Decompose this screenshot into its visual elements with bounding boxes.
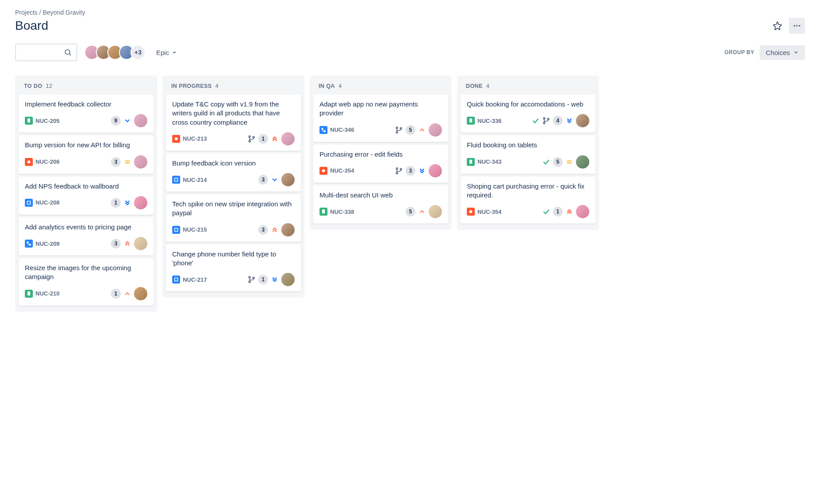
column-title: DONE [466,83,483,89]
issue-card[interactable]: Update T&C copy with v1.9 from the write… [166,94,301,151]
priority-high-icon [271,226,279,234]
priority-minor-icon [123,290,131,298]
story-icon [319,208,327,216]
star-button[interactable] [769,18,785,34]
card-title: Update T&C copy with v1.9 from the write… [172,100,295,127]
issue-card[interactable]: Shoping cart purchasing error - quick fi… [461,177,595,224]
issue-key: NUC-336 [477,118,501,124]
assignee-avatar[interactable] [429,123,442,137]
svg-point-5 [28,160,31,163]
subtask-icon [25,240,33,248]
story-points-badge: 5 [406,125,415,135]
svg-point-24 [396,131,398,133]
svg-point-32 [548,118,549,120]
story-points-badge: 3 [258,225,268,235]
card-title: Add NPS feedback to wallboard [25,182,147,191]
assignee-avatar[interactable] [281,173,295,186]
issue-card[interactable]: Tech spike on new stripe integration wit… [166,194,301,242]
card-title: Resize the images for the upcoming campa… [25,264,147,282]
story-icon [25,117,33,125]
svg-point-30 [544,118,545,119]
issue-card[interactable]: Adapt web app no new payments provider N… [313,94,448,142]
svg-point-31 [544,122,545,124]
svg-point-0 [794,25,795,26]
priority-highest-icon [565,208,573,216]
svg-point-19 [249,281,251,283]
issue-key: NUC-208 [35,199,59,206]
assignee-avatar[interactable] [134,237,147,250]
svg-point-1 [796,25,797,26]
assignee-avatar[interactable] [429,164,442,177]
svg-rect-21 [322,128,323,130]
card-title: Fluid booking on tablets [467,141,589,150]
issue-card[interactable]: Bump feedback icon version NUC-214 3 [166,154,301,192]
issue-card[interactable]: Quick booking for accomodations - web NU… [461,94,595,133]
task-icon [172,226,180,234]
column-header: TO DO 12 [19,79,154,94]
priority-lowest-icon [565,117,573,125]
issue-card[interactable]: Multi-dest search UI web NUC-338 5 [313,185,448,224]
issue-card[interactable]: Add analytics events to pricing page NUC… [19,217,154,256]
priority-lowest-icon [271,276,279,284]
issue-card[interactable]: Implement feedback collector NUC-205 9 [19,94,154,133]
card-title: Bump feedback icon version [172,159,295,168]
assignee-avatar[interactable] [134,196,147,209]
bug-icon [25,158,33,166]
assignee-avatar[interactable] [576,205,589,218]
svg-rect-16 [175,228,178,231]
column: IN QA 4 Adapt web app no new payments pr… [310,75,452,230]
svg-rect-22 [324,130,326,132]
assignee-avatar[interactable] [134,155,147,169]
avatar-stack[interactable]: +3 [84,45,146,60]
issue-key: NUC-217 [183,276,207,283]
done-check-icon [542,158,550,166]
assignee-avatar[interactable] [576,114,589,127]
breadcrumb-project[interactable]: Beyond Gravity [43,9,85,16]
page-title: Board [15,19,48,33]
assignee-avatar[interactable] [281,273,295,286]
assignee-avatar[interactable] [281,132,295,146]
issue-card[interactable]: Resize the images for the upcoming campa… [19,258,154,306]
assignee-avatar[interactable] [576,155,589,169]
more-button[interactable] [789,18,805,34]
svg-point-28 [396,172,398,174]
branch-icon [248,135,256,143]
column: TO DO 12 Implement feedback collector NU… [15,75,157,312]
issue-key: NUC-213 [183,135,207,142]
column-count: 4 [339,83,342,89]
assignee-avatar[interactable] [429,205,442,218]
card-title: Adapt web app no new payments provider [319,100,442,118]
svg-point-13 [249,140,251,142]
done-check-icon [532,117,540,125]
issue-card[interactable]: Fluid booking on tablets NUC-343 5 [461,135,595,173]
issue-key: NUC-209 [35,240,59,247]
assignee-avatar[interactable] [134,287,147,300]
story-points-badge: 1 [111,289,121,299]
svg-point-29 [400,168,402,170]
story-points-badge: 3 [258,175,268,185]
column-count: 4 [215,83,218,89]
issue-card[interactable]: Bump version for new API for billing NUC… [19,135,154,173]
priority-lowest-icon [418,167,426,175]
story-points-badge: 5 [553,157,563,167]
breadcrumb-root[interactable]: Projects [15,9,38,16]
groupby-select[interactable]: Choices [760,45,805,60]
story-points-badge: 1 [553,207,563,217]
priority-lowest-icon [123,199,131,207]
svg-point-18 [249,276,251,278]
epic-filter[interactable]: Epic [153,46,181,59]
groupby-label: GROUP BY [725,49,754,55]
avatar-overflow[interactable]: +3 [130,45,146,60]
issue-key: NUC-205 [35,118,59,124]
issue-card[interactable]: Add NPS feedback to wallboard NUC-208 1 [19,177,154,215]
issue-key: NUC-210 [35,290,59,297]
issue-card[interactable]: Purchasing error - edit fields NUC-354 3 [313,145,448,183]
search-input[interactable] [15,43,77,61]
svg-point-23 [396,126,398,128]
assignee-avatar[interactable] [281,223,295,236]
svg-rect-17 [175,278,178,281]
done-check-icon [542,208,550,216]
issue-card[interactable]: Change phone number field type to 'phone… [166,244,301,292]
column-title: IN QA [319,83,335,89]
assignee-avatar[interactable] [134,114,147,127]
